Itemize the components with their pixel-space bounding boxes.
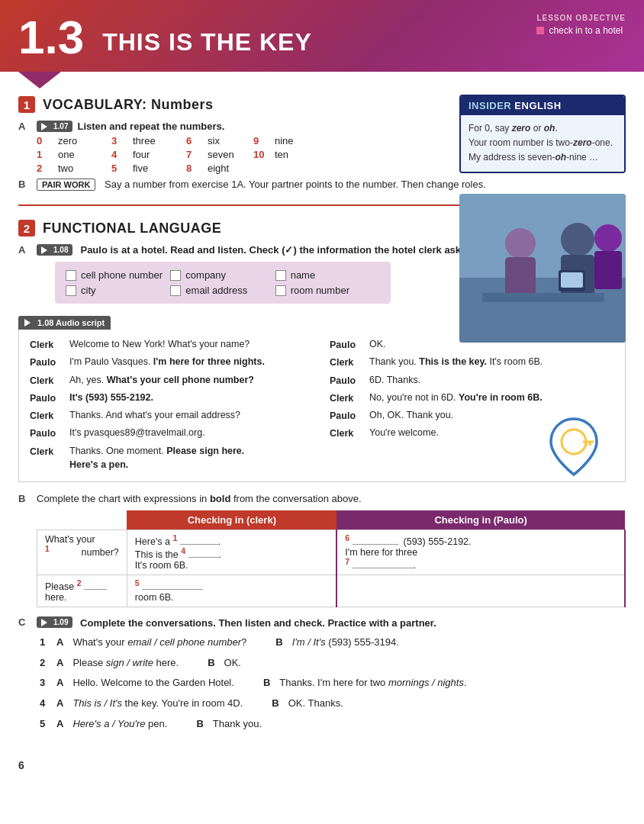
script-text-clerk6: No, you're not in 6D. You're in room 6B. (369, 391, 543, 407)
checkbox-room-box[interactable] (275, 285, 286, 296)
num-2: 2 (37, 163, 58, 174)
script-row-r1: Paulo OK. (330, 337, 614, 353)
audio-script-header: 1.08 Audio script (18, 316, 111, 330)
script-row-6: Paulo It's pvasques89@travelmail.org. (30, 426, 314, 442)
checkbox-room[interactable]: room number (275, 285, 380, 296)
page-footer: 6 (0, 753, 644, 777)
lesson-objective: LESSON OBJECTIVE check in to a hotel (536, 14, 626, 36)
func-partb-label: B (18, 493, 29, 504)
partc-instruction: Complete the conversations. Then listen … (80, 617, 436, 629)
checkbox-cell-phone[interactable]: cell phone number (66, 269, 170, 281)
checkbox-email-label: email address (185, 285, 247, 296)
main-content: INSIDER ENGLISH For 0, say zero or oh. Y… (0, 72, 644, 753)
checkbox-company[interactable]: company (170, 269, 275, 281)
script-speaker-paulo1: Paulo (30, 355, 63, 371)
checkbox-company-box[interactable] (170, 270, 181, 281)
checkbox-name-box[interactable] (275, 270, 286, 281)
chart-header-empty (37, 510, 127, 530)
script-speaker-clerk6: Clerk (330, 391, 363, 407)
checkbox-email-box[interactable] (170, 285, 181, 296)
script-row-7: Clerk Thanks. One moment. Please sign he… (30, 444, 314, 473)
func-partc-label: C (18, 616, 29, 628)
partc-num-4: 4 (40, 694, 50, 713)
word-six: six (208, 135, 253, 146)
word-four: four (133, 149, 186, 160)
script-speaker-clerk3: Clerk (30, 408, 63, 424)
checkbox-city[interactable]: city (66, 285, 170, 296)
word-zero: zero (58, 135, 111, 146)
checkbox-name[interactable]: name (275, 269, 380, 281)
script-speaker-clerk5: Clerk (330, 355, 363, 371)
partc-3-a-label: A (56, 674, 63, 693)
partc-1-b-label: B (275, 633, 282, 652)
script-text-paulo2: It's (593) 555-2192. (69, 391, 153, 407)
script-text-paulo1: I'm Paulo Vasques. I'm here for three ni… (69, 355, 265, 371)
lesson-objective-label: LESSON OBJECTIVE (536, 14, 626, 22)
partc-header-row: C 1.09 Complete the conversations. Then … (18, 616, 626, 629)
chart-clerk-2: 5 room 6B. (127, 575, 336, 607)
part-b-label: B (18, 179, 29, 190)
num-6: 6 (186, 135, 208, 146)
num-0: 0 (37, 135, 58, 146)
num-5: 5 (111, 163, 133, 174)
partc-5-b-text: Thank you. (213, 715, 262, 734)
pair-work-badge: PAIR WORK (37, 179, 95, 191)
audio-script-speaker-icon (24, 319, 31, 327)
audio-badge-108[interactable]: 1.08 (37, 244, 72, 256)
partc-4-a-label: A (56, 694, 63, 713)
partc-2-a-text: Please sign / write here. (72, 654, 179, 673)
section1-num: 1 (18, 96, 35, 113)
key-icon-svg (542, 415, 607, 480)
script-speaker-paulo6: Paulo (330, 408, 363, 424)
svg-point-11 (562, 430, 586, 454)
audio-107-label: 1.07 (53, 122, 68, 130)
partc-num-1: 1 (40, 633, 50, 652)
speaker-icon-108 (41, 246, 47, 254)
vocab-parta-content: 1.07 Listen and repeat the numbers. 0 ze… (37, 121, 320, 174)
checkbox-company-label: company (185, 269, 226, 281)
partc-4-b-text: OK. Thanks. (288, 694, 343, 713)
page-header: 1.3 THIS IS THE KEY LESSON OBJECTIVE che… (0, 0, 644, 72)
lesson-title: THIS IS THE KEY (102, 28, 312, 61)
insider-line3: My address is seven-oh-nine … (469, 150, 617, 165)
word-three: three (133, 135, 186, 146)
checkbox-email[interactable]: email address (170, 285, 275, 296)
audio-script-body: Clerk Welcome to New York! What's your n… (18, 330, 626, 482)
script-text-clerk2: Ah, yes. What's your cell phone number? (69, 373, 254, 389)
num-7: 7 (186, 149, 208, 160)
word-ten: ten (275, 149, 320, 160)
script-speaker-clerk7: Clerk (330, 426, 363, 442)
word-eight: eight (208, 163, 253, 174)
func-partb: B Complete the chart with expressions in… (18, 493, 626, 607)
script-text-clerk4: Thanks. One moment. Please sign here.Her… (69, 444, 244, 473)
audio-badge-109[interactable]: 1.09 (37, 616, 72, 628)
checkbox-name-label: name (291, 269, 316, 281)
script-row-4: Paulo It's (593) 555-2192. (30, 391, 314, 407)
checkbox-cell-phone-box[interactable] (66, 270, 76, 281)
func-partc: C 1.09 Complete the conversations. Then … (18, 616, 626, 733)
chart-label-2: Please 2 here. (37, 575, 127, 607)
checkbox-cell-phone-label: cell phone number (81, 269, 163, 281)
func-parta-instruction: Paulo is at a hotel. Read and listen. Ch… (80, 244, 485, 256)
num-9: 9 (253, 135, 275, 146)
partc-num-3: 3 (40, 674, 50, 693)
speaker-icon (41, 123, 47, 130)
script-speaker-paulo4: Paulo (330, 337, 363, 353)
partc-2-b-label: B (208, 654, 214, 673)
num-3: 3 (111, 135, 133, 146)
objective-text: check in to a hotel (549, 25, 623, 36)
audio-badge-107[interactable]: 1.07 (37, 121, 72, 132)
partc-item-2: 2 A Please sign / write here. B OK. (40, 654, 626, 673)
key-icon-container (542, 415, 607, 485)
script-speaker-clerk2: Clerk (30, 373, 63, 389)
partc-5-b-label: B (196, 715, 203, 734)
svg-point-4 (505, 228, 536, 259)
word-nine: nine (275, 135, 320, 146)
part-a-label: A (18, 121, 29, 132)
checkbox-city-label: city (81, 285, 96, 296)
partc-num-5: 5 (40, 715, 50, 734)
num-8: 8 (186, 163, 208, 174)
checkbox-city-box[interactable] (66, 285, 76, 296)
script-speaker-paulo2: Paulo (30, 391, 63, 407)
script-row-r2: Clerk Thank you. This is the key. It's r… (330, 355, 614, 371)
